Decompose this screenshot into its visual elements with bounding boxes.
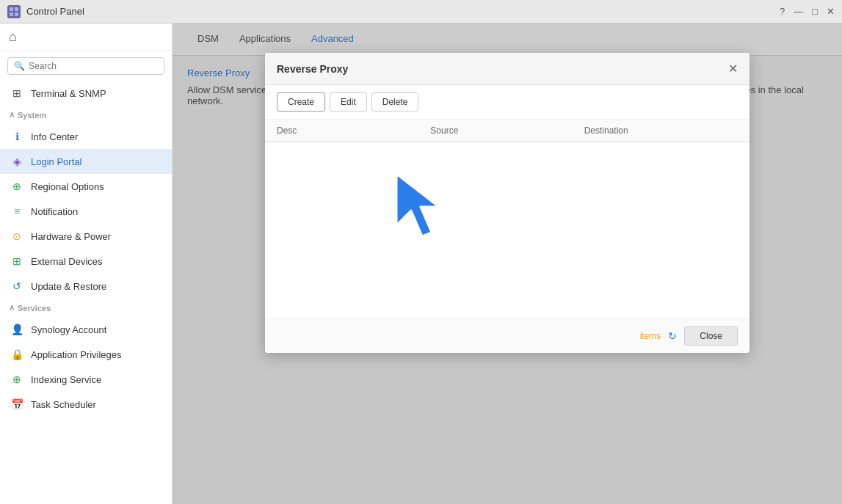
search-input[interactable] (29, 61, 158, 71)
maximize-button[interactable]: □ (812, 6, 818, 17)
application-privileges-icon: 🔒 (10, 348, 23, 361)
col-header-source: Source (430, 125, 584, 136)
delete-button[interactable]: Delete (371, 92, 419, 112)
services-section-label: Services (18, 304, 51, 313)
notification-icon: ≡ (10, 205, 23, 218)
title-bar-title: Control Panel (26, 6, 84, 17)
services-chevron-icon: ∧ (9, 303, 15, 313)
sidebar-item-login-portal[interactable]: ◈ Login Portal (0, 149, 172, 174)
task-scheduler-icon: 📅 (10, 398, 23, 411)
sidebar-item-label-indexing-service: Indexing Service (31, 374, 101, 385)
title-bar-controls: ? — □ ✕ (780, 6, 835, 17)
table-body (265, 142, 750, 318)
login-portal-icon: ◈ (10, 155, 23, 168)
regional-options-icon: ⊕ (10, 180, 23, 193)
create-button[interactable]: Create (277, 92, 325, 112)
svg-rect-2 (10, 12, 13, 16)
system-section-label: System (18, 111, 46, 120)
sidebar-item-label-info-center: Info Center (31, 131, 78, 142)
title-bar: Control Panel ? — □ ✕ (0, 0, 842, 23)
sidebar-item-label-application-privileges: Application Privileges (31, 349, 122, 360)
sidebar-item-terminal[interactable]: ⊞ Terminal & SNMP (0, 81, 172, 106)
sidebar-item-synology-account[interactable]: 👤 Synology Account (0, 317, 172, 342)
system-section-header[interactable]: ∧ System (0, 106, 172, 124)
edit-button[interactable]: Edit (330, 92, 367, 112)
sidebar-item-label-synology-account: Synology Account (31, 324, 106, 335)
home-icon: ⌂ (9, 29, 17, 45)
indexing-service-icon: ⊕ (10, 373, 23, 386)
app-icon (7, 5, 21, 18)
reverse-proxy-dialog: Reverse Proxy ✕ Create Edit Delete Desc … (265, 53, 750, 353)
chevron-icon: ∧ (9, 110, 15, 120)
sidebar-item-label-update-restore: Update & Restore (31, 281, 106, 292)
sidebar-item-task-scheduler[interactable]: 📅 Task Scheduler (0, 392, 172, 417)
external-devices-icon: ⊞ (10, 255, 23, 268)
help-button[interactable]: ? (780, 6, 785, 17)
sidebar-item-label-external-devices: External Devices (31, 256, 103, 267)
sidebar-item-hardware-power[interactable]: ⊙ Hardware & Power (0, 224, 172, 249)
search-box: 🔍 (7, 57, 164, 75)
sidebar: ⌂ 🔍 ⊞ Terminal & SNMP ∧ System ℹ Info Ce… (0, 23, 173, 504)
svg-rect-1 (15, 7, 18, 11)
sidebar-item-label-regional-options: Regional Options (31, 181, 104, 192)
dialog-table: Desc Source Destination (265, 120, 750, 318)
terminal-icon: ⊞ (10, 87, 23, 100)
dialog-toolbar: Create Edit Delete (265, 85, 750, 120)
minimize-button[interactable]: — (794, 6, 803, 17)
sidebar-item-label-login-portal: Login Portal (31, 156, 81, 167)
sidebar-item-application-privileges[interactable]: 🔒 Application Privileges (0, 342, 172, 367)
sidebar-home-button[interactable]: ⌂ (0, 23, 172, 51)
info-center-icon: ℹ (10, 130, 23, 143)
sidebar-item-label-terminal: Terminal & SNMP (31, 88, 106, 99)
items-count: items (640, 331, 661, 341)
sidebar-item-external-devices[interactable]: ⊞ External Devices (0, 249, 172, 274)
sidebar-item-label-task-scheduler: Task Scheduler (31, 399, 96, 410)
refresh-icon[interactable]: ↻ (668, 330, 677, 342)
main-layout: ⌂ 🔍 ⊞ Terminal & SNMP ∧ System ℹ Info Ce… (0, 23, 842, 504)
synology-account-icon: 👤 (10, 323, 23, 336)
sidebar-item-update-restore[interactable]: ↺ Update & Restore (0, 274, 172, 299)
dialog-footer: items ↻ Close (265, 318, 750, 353)
hardware-power-icon: ⊙ (10, 230, 23, 243)
update-restore-icon: ↺ (10, 280, 23, 293)
col-header-desc: Desc (277, 125, 430, 136)
sidebar-item-label-notification: Notification (31, 206, 78, 217)
close-window-button[interactable]: ✕ (827, 6, 835, 17)
content-area: DSM Applications Advanced Reverse Proxy … (173, 23, 842, 504)
sidebar-item-regional-options[interactable]: ⊕ Regional Options (0, 174, 172, 199)
sidebar-item-indexing-service[interactable]: ⊕ Indexing Service (0, 367, 172, 392)
table-header: Desc Source Destination (265, 120, 750, 142)
close-button[interactable]: Close (684, 326, 738, 346)
sidebar-item-info-center[interactable]: ℹ Info Center (0, 124, 172, 149)
dialog-title: Reverse Proxy (277, 63, 348, 75)
search-icon: 🔍 (14, 61, 25, 71)
dialog-close-button[interactable]: ✕ (728, 62, 738, 76)
dialog-header: Reverse Proxy ✕ (265, 53, 750, 85)
title-bar-left: Control Panel (7, 5, 84, 18)
sidebar-item-label-hardware-power: Hardware & Power (31, 231, 111, 242)
col-header-destination: Destination (584, 125, 738, 136)
svg-rect-0 (10, 7, 13, 11)
services-section-header[interactable]: ∧ Services (0, 299, 172, 317)
sidebar-item-notification[interactable]: ≡ Notification (0, 199, 172, 224)
dialog-overlay: Reverse Proxy ✕ Create Edit Delete Desc … (173, 23, 842, 504)
svg-rect-3 (15, 12, 18, 16)
